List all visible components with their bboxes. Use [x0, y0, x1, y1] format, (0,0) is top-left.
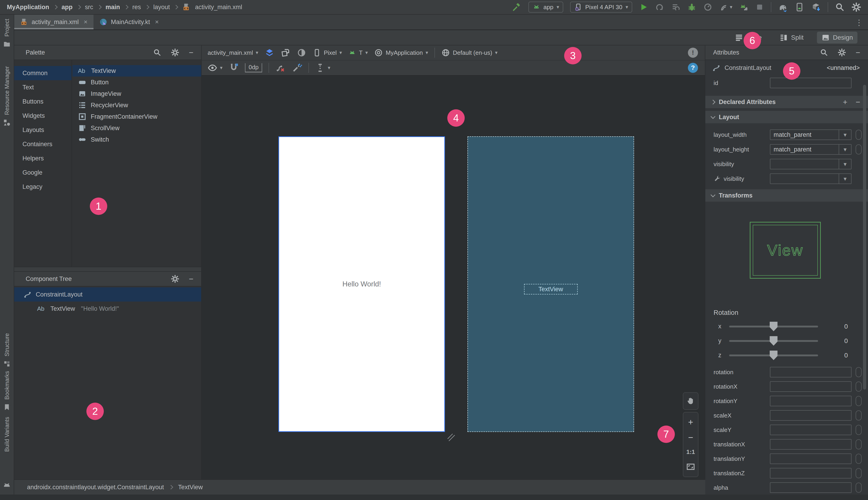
sdk-manager-icon[interactable] [811, 2, 821, 12]
constraint-toggle[interactable] [856, 468, 861, 478]
layout-width-select[interactable]: match_parent ▾ [770, 129, 852, 140]
palette-item-button[interactable]: Button [72, 77, 201, 88]
breadcrumb-file[interactable]: activity_main.xml [195, 4, 242, 11]
constraint-toggle[interactable] [856, 382, 861, 391]
attach-debugger-icon[interactable] [739, 2, 749, 12]
palette-category-legacy[interactable]: Legacy [14, 180, 71, 194]
scale-x-input[interactable] [770, 410, 852, 421]
default-margin-select[interactable]: 0dp [245, 63, 262, 72]
constraint-toggle[interactable] [856, 367, 861, 377]
rotation-z-slider[interactable] [729, 354, 818, 356]
tab-main-activity-kt[interactable]: MainActivity.kt × [93, 15, 165, 29]
minimize-icon[interactable]: − [189, 48, 193, 56]
clear-constraints-icon[interactable] [275, 63, 286, 73]
profile-icon[interactable] [703, 2, 712, 12]
breadcrumb-main[interactable]: main [106, 4, 120, 11]
device-select[interactable]: Pixel 4 API 30 ▾ [570, 2, 632, 13]
palette-category-containers[interactable]: Containers [14, 137, 71, 151]
debug-icon[interactable] [687, 2, 696, 12]
palette-category-helpers[interactable]: Helpers [14, 151, 71, 166]
chevron-down-icon[interactable]: ▾ [839, 159, 851, 169]
minimize-icon[interactable]: − [856, 48, 860, 56]
theme-menu[interactable]: MyApplication ▾ [374, 48, 428, 57]
rotation-y-slider[interactable] [729, 340, 818, 342]
tree-item-constraintlayout[interactable]: ConstraintLayout [14, 287, 201, 302]
issue-panel-icon[interactable]: ! [688, 48, 698, 58]
gear-icon[interactable] [171, 275, 179, 283]
tool-window-project[interactable]: Project [0, 19, 14, 48]
constraint-toggle[interactable] [856, 130, 861, 140]
transform-view-preview[interactable]: View [750, 222, 821, 279]
translation-x-input[interactable] [770, 439, 852, 450]
tools-visibility-select[interactable]: ▾ [770, 173, 852, 184]
blueprint-view-phone[interactable]: TextView [467, 136, 634, 432]
id-input[interactable] [770, 78, 852, 88]
logcat-android-icon[interactable] [0, 481, 14, 490]
gradle-sync-icon[interactable] [778, 2, 788, 12]
locale-menu[interactable]: Default (en-us) ▾ [441, 48, 498, 57]
mode-split-button[interactable]: Split [775, 32, 808, 44]
view-options-menu[interactable]: ▾ [208, 63, 222, 73]
palette-category-widgets[interactable]: Widgets [14, 109, 71, 123]
attributes-scrollbar[interactable] [863, 85, 866, 389]
constraint-toggle[interactable] [856, 439, 861, 450]
chevron-down-icon[interactable]: ▾ [839, 130, 851, 139]
tool-window-structure[interactable]: Structure [0, 333, 14, 368]
constraint-toggle[interactable] [856, 425, 861, 435]
slider-thumb[interactable] [770, 322, 777, 331]
zoom-1to1-button[interactable]: 1:1 [686, 448, 695, 456]
palette-category-common[interactable]: Common [14, 66, 71, 80]
path-constraintlayout[interactable]: androidx.constraintlayout.widget.Constra… [27, 484, 164, 491]
guideline-menu[interactable]: ▾ [315, 63, 330, 73]
rotation-y-input[interactable] [770, 396, 852, 406]
help-icon[interactable]: ? [688, 63, 698, 73]
layout-section[interactable]: Layout [705, 111, 868, 123]
settings-gear-icon[interactable] [852, 2, 861, 12]
zoom-in-button[interactable]: + [688, 418, 693, 427]
canvas-resize-handle[interactable] [446, 432, 456, 442]
apply-changes-icon[interactable] [655, 2, 664, 12]
autoconnect-magnet-icon[interactable] [229, 63, 239, 73]
infer-constraints-wand-icon[interactable] [292, 63, 302, 73]
chevron-down-icon[interactable]: ▾ [839, 145, 851, 154]
palette-category-google[interactable]: Google [14, 166, 71, 180]
breadcrumb-app[interactable]: app [62, 4, 73, 11]
add-attribute-button[interactable]: + [843, 98, 847, 106]
stop-icon[interactable] [755, 3, 764, 11]
breadcrumb-layout[interactable]: layout [153, 4, 170, 11]
transforms-section[interactable]: Transforms [705, 189, 868, 202]
breadcrumb-src[interactable]: src [85, 4, 93, 11]
layout-height-select[interactable]: match_parent ▾ [770, 144, 852, 155]
build-hammer-icon[interactable] [512, 2, 522, 12]
constraint-toggle[interactable] [856, 410, 861, 420]
run-icon[interactable] [639, 2, 648, 12]
night-mode-select[interactable] [297, 48, 306, 57]
translation-z-input[interactable] [770, 468, 852, 478]
device-manager-icon[interactable] [795, 2, 804, 12]
tool-window-bookmarks[interactable]: Bookmarks [0, 371, 14, 411]
blueprint-textview[interactable]: TextView [524, 284, 578, 294]
tool-window-build-variants[interactable]: Build Variants [0, 417, 14, 452]
panel-splitter[interactable] [14, 267, 201, 272]
pan-button[interactable] [683, 392, 698, 410]
zoom-fit-button[interactable] [686, 462, 695, 471]
visibility-select[interactable]: ▾ [770, 159, 852, 169]
tree-item-textview[interactable]: Ab TextView "Hello World!" [14, 302, 201, 316]
remove-attribute-button[interactable]: − [856, 98, 860, 106]
search-icon[interactable] [820, 48, 828, 57]
constraint-toggle[interactable] [856, 144, 861, 155]
translation-y-input[interactable] [770, 454, 852, 464]
breadcrumb-res[interactable]: res [133, 4, 141, 11]
palette-item-textview[interactable]: Ab TextView [72, 65, 201, 77]
palette-item-imageview[interactable]: ImageView [72, 88, 201, 100]
minimize-icon[interactable]: − [189, 275, 193, 283]
profiler-icon[interactable]: ▾ [719, 2, 732, 12]
search-everywhere-icon[interactable] [835, 2, 845, 12]
alpha-input[interactable] [770, 482, 852, 493]
tab-activity-main-xml[interactable]: activity_main.xml × [14, 15, 93, 29]
chevron-down-icon[interactable]: ▾ [839, 174, 851, 183]
zoom-out-button[interactable]: − [688, 433, 693, 442]
slider-thumb[interactable] [770, 351, 777, 360]
gear-icon[interactable] [171, 48, 179, 57]
constraint-toggle[interactable] [856, 396, 861, 406]
